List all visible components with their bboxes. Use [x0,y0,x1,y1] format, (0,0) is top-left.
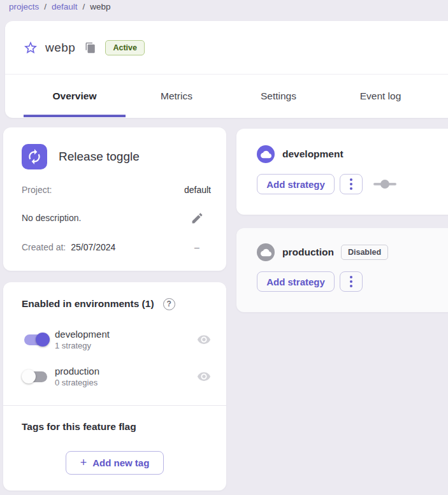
tab-settings[interactable]: Settings [228,75,329,117]
tags-title: Tags for this feature flag [22,421,226,434]
star-outline-icon [23,40,38,55]
copy-name-button[interactable] [85,42,96,54]
project-label: Project: [22,185,52,195]
production-environment-panel: production Disabled Add strategy [236,228,448,312]
cloud-icon [261,247,271,258]
kebab-dot [350,183,352,185]
add-strategy-button-production[interactable]: Add strategy [257,271,335,292]
tab-overview-label: Overview [53,90,97,102]
tab-settings-label: Settings [261,90,296,102]
release-toggle-icon-badge [22,144,47,169]
development-environment-badge [257,145,275,163]
environment-name: development [55,329,197,340]
flag-header-card: webp Active Overview Metrics Settings Ev… [5,21,448,118]
toggle-thumb [22,369,36,384]
flag-details-card: Release toggle Project: default No descr… [3,127,226,271]
flag-type-label: Release toggle [59,150,140,164]
environment-row-production: production 0 strategies [22,364,211,389]
eye-icon [197,333,211,347]
pencil-icon [191,212,204,225]
flag-name-title: webp [45,41,75,55]
development-panel-header: development [257,145,448,163]
description-row: No description. [22,210,211,226]
cloud-icon [261,149,271,160]
tags-section: Tags for this feature flag + Add new tag [3,406,226,475]
breadcrumb-project-default[interactable]: default [52,2,78,11]
tab-event-log[interactable]: Event log [329,75,431,117]
development-panel-actions: Add strategy [257,174,448,194]
development-toggle[interactable] [22,332,50,347]
project-value: default [184,185,211,195]
add-strategy-button-development[interactable]: Add strategy [257,174,335,194]
project-row: Project: default [22,183,211,196]
environment-strategy-count: 1 strategy [55,341,197,350]
environment-strategy-count: 0 strategies [55,378,197,387]
preview-development-button[interactable] [197,333,211,347]
environment-row-development: development 1 strategy [22,327,211,352]
flag-title-row: webp Active [5,21,448,75]
description-text: No description. [22,213,81,223]
status-badge: Active [105,40,145,55]
created-row: Created at: 25/07/2024 – [22,241,211,254]
environments-title: Enabled in environments (1) [22,298,154,310]
breadcrumb-separator: / [44,2,47,11]
environment-name: production [55,366,197,377]
kebab-dot [350,276,352,278]
empty-value-dash: – [194,242,199,252]
breadcrumb-current-flag: webp [90,2,110,11]
production-panel-actions: Add strategy [257,271,448,292]
production-toggle[interactable] [22,369,50,384]
preview-production-button[interactable] [197,369,211,384]
kebab-dot [350,178,352,181]
breadcrumb-separator: / [83,2,85,11]
enabled-environments-section: Enabled in environments (1) ? developmen… [3,282,226,406]
kebab-dot [350,285,352,287]
development-environment-panel: development Add strategy [236,129,448,215]
plus-icon: + [80,456,87,470]
toggle-knob [380,180,389,189]
production-panel-name: production [282,247,334,258]
kebab-dot [350,187,352,190]
autorenew-icon [26,148,43,165]
more-options-button-development[interactable] [340,174,363,194]
active-tab-indicator [24,115,126,117]
tab-metrics[interactable]: Metrics [126,75,228,117]
production-panel-header: production Disabled [257,243,448,261]
copy-icon [85,42,96,54]
more-options-button-production[interactable] [340,271,363,292]
flag-tabs: Overview Metrics Settings Event log [5,75,448,117]
favorite-star-button[interactable] [23,40,38,55]
toggle-thumb [36,333,50,347]
add-new-tag-label: Add new tag [92,457,149,468]
environment-enable-toggle-development[interactable] [373,180,396,189]
help-icon[interactable]: ? [163,298,175,310]
production-environment-badge [257,243,275,261]
tab-overview[interactable]: Overview [24,75,126,117]
edit-description-button[interactable] [191,212,204,225]
development-panel-name: development [282,148,343,160]
breadcrumb-projects[interactable]: projects [9,2,39,11]
tab-metrics-label: Metrics [161,90,192,102]
kebab-dot [350,280,352,283]
disabled-badge: Disabled [341,245,388,260]
environments-card: Enabled in environments (1) ? developmen… [3,282,226,491]
add-new-tag-button[interactable]: + Add new tag [66,451,164,475]
tab-event-log-label: Event log [360,90,401,102]
created-value: 25/07/2024 [71,242,115,252]
flag-type-row: Release toggle [22,144,211,169]
breadcrumb: projects / default / webp [9,0,111,13]
eye-icon [197,369,211,384]
created-label: Created at: [22,242,66,252]
